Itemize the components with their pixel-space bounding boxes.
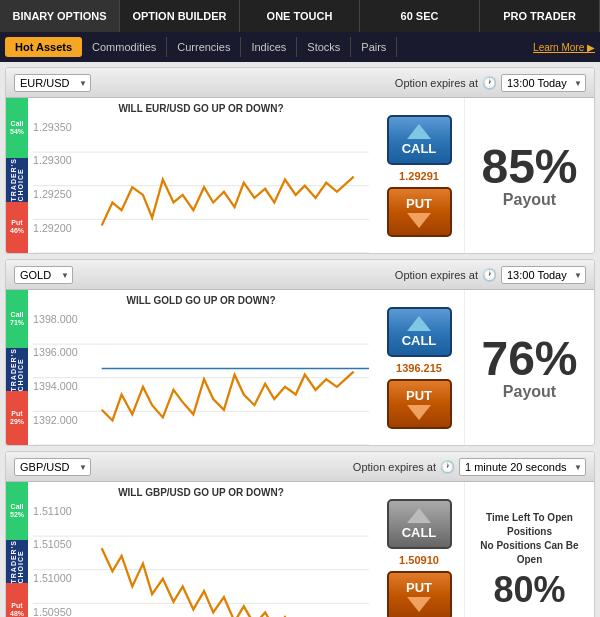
nav-one-touch[interactable]: ONE TOUCH bbox=[240, 0, 360, 32]
svg-text:1.51100: 1.51100 bbox=[33, 505, 72, 517]
svg-text:1392.000: 1392.000 bbox=[33, 414, 78, 426]
call-arrow-icon-2 bbox=[407, 316, 431, 331]
svg-text:1.29200: 1.29200 bbox=[33, 222, 72, 234]
expires-label-3: Option expires at 🕐 1 minute 20 seconds bbox=[353, 458, 586, 476]
traders-choice-label-3: TRADER'S CHOICE bbox=[10, 540, 24, 584]
subnav-currencies[interactable]: Currencies bbox=[167, 37, 241, 57]
clock-icon-2: 🕐 bbox=[482, 268, 497, 282]
chart-svg-1: 1.29350 1.29300 1.29250 1.29200 1.29150 … bbox=[33, 117, 369, 254]
put-btn-text-2: PUT bbox=[406, 388, 432, 403]
panel-header-gbp-usd: GBP/USD Option expires at 🕐 1 minute 20 … bbox=[6, 452, 594, 482]
call-put-section-2: CALL 1396.215 PUT bbox=[374, 290, 464, 445]
put-button-1[interactable]: PUT bbox=[387, 187, 452, 237]
chart-title-2: WILL GOLD GO UP OR DOWN? bbox=[33, 295, 369, 306]
nav-option-builder[interactable]: OPTION BUILDER bbox=[120, 0, 240, 32]
call-button-3[interactable]: CALL bbox=[387, 499, 452, 549]
chart-area-3: WILL GBP/USD GO UP OR DOWN? 1.51100 1.51… bbox=[28, 482, 374, 617]
panel-gold: GOLD Option expires at 🕐 13:00 Today Cal… bbox=[5, 259, 595, 446]
clock-icon-1: 🕐 bbox=[482, 76, 497, 90]
chart-area-2: WILL GOLD GO UP OR DOWN? 1398.000 1396.0… bbox=[28, 290, 374, 445]
svg-text:1396.000: 1396.000 bbox=[33, 346, 78, 358]
panel-body-1: Call 54% TRADER'S CHOICE Put 46% WILL EU… bbox=[6, 98, 594, 253]
svg-text:1.50950: 1.50950 bbox=[33, 606, 72, 617]
call-btn-text-3: CALL bbox=[402, 525, 437, 540]
svg-text:1.29250: 1.29250 bbox=[33, 188, 72, 200]
nav-pro-trader[interactable]: PRO TRADER bbox=[480, 0, 600, 32]
subnav-stocks[interactable]: Stocks bbox=[297, 37, 351, 57]
panel-header-gold: GOLD Option expires at 🕐 13:00 Today bbox=[6, 260, 594, 290]
expires-dropdown-2[interactable]: 13:00 Today bbox=[501, 266, 586, 284]
call-btn-text-2: CALL bbox=[402, 333, 437, 348]
payout-percent-2: 76% bbox=[481, 335, 577, 383]
expires-select-wrapper-2[interactable]: 13:00 Today bbox=[501, 266, 586, 284]
expires-select-wrapper-3[interactable]: 1 minute 20 seconds bbox=[459, 458, 586, 476]
traders-choice-label-1: TRADER'S CHOICE bbox=[10, 158, 24, 202]
payout-label-1: Payout bbox=[503, 191, 556, 209]
expires-select-wrapper-1[interactable]: 13:00 Today bbox=[501, 74, 586, 92]
subnav-indices[interactable]: Indices bbox=[241, 37, 297, 57]
svg-text:1394.000: 1394.000 bbox=[33, 380, 78, 392]
chart-visual-1: 1.29350 1.29300 1.29250 1.29200 1.29150 … bbox=[33, 117, 369, 254]
svg-text:1398.000: 1398.000 bbox=[33, 313, 78, 325]
put-button-2[interactable]: PUT bbox=[387, 379, 452, 429]
expires-label-2: Option expires at 🕐 13:00 Today bbox=[395, 266, 586, 284]
chart-visual-2: 1398.000 1396.000 1394.000 1392.000 1390… bbox=[33, 309, 369, 446]
svg-text:1.51000: 1.51000 bbox=[33, 572, 72, 584]
payout-label-2: Payout bbox=[503, 383, 556, 401]
chart-visual-3: 1.51100 1.51050 1.51000 1.50950 1.50900 bbox=[33, 501, 369, 617]
chart-title-1: WILL EUR/USD GO UP OR DOWN? bbox=[33, 103, 369, 114]
subnav-pairs[interactable]: Pairs bbox=[351, 37, 397, 57]
panel-body-2: Call 71% TRADER'S CHOICE Put 29% WILL GO… bbox=[6, 290, 594, 445]
call-put-section-1: CALL 1.29291 PUT bbox=[374, 98, 464, 253]
payout-section-2: 76% Payout bbox=[464, 290, 594, 445]
put-arrow-icon-2 bbox=[407, 405, 431, 420]
put-btn-text-1: PUT bbox=[406, 196, 432, 211]
panel-eur-usd: EUR/USD Option expires at 🕐 13:00 Today … bbox=[5, 67, 595, 254]
current-price-2: 1396.215 bbox=[396, 362, 442, 374]
expires-dropdown-3[interactable]: 1 minute 20 seconds bbox=[459, 458, 586, 476]
expires-dropdown-1[interactable]: 13:00 Today bbox=[501, 74, 586, 92]
asset-dropdown-2[interactable]: GOLD bbox=[14, 266, 73, 284]
chart-svg-2: 1398.000 1396.000 1394.000 1392.000 1390… bbox=[33, 309, 369, 446]
payout-section-3: Time Left To Open PositionsNo Positions … bbox=[464, 482, 594, 617]
svg-text:1.29350: 1.29350 bbox=[33, 121, 72, 133]
traders-choice-3: Call 52% TRADER'S CHOICE Put 48% bbox=[6, 482, 28, 617]
panel-header-eur-usd: EUR/USD Option expires at 🕐 13:00 Today bbox=[6, 68, 594, 98]
svg-text:1.29300: 1.29300 bbox=[33, 154, 72, 166]
subnav-hot-assets[interactable]: Hot Assets bbox=[5, 37, 82, 57]
current-price-3: 1.50910 bbox=[399, 554, 439, 566]
subnav-commodities[interactable]: Commodities bbox=[82, 37, 167, 57]
payout-percent-1: 85% bbox=[481, 143, 577, 191]
payout-percent-3: 80% bbox=[493, 572, 565, 608]
put-button-3[interactable]: PUT bbox=[387, 571, 452, 618]
panel-body-3: Call 52% TRADER'S CHOICE Put 48% WILL GB… bbox=[6, 482, 594, 617]
nav-60-sec[interactable]: 60 SEC bbox=[360, 0, 480, 32]
asset-dropdown-3[interactable]: GBP/USD bbox=[14, 458, 91, 476]
call-put-section-3: CALL 1.50910 PUT bbox=[374, 482, 464, 617]
call-arrow-icon-3 bbox=[407, 508, 431, 523]
put-arrow-icon-1 bbox=[407, 213, 431, 228]
expires-label-1: Option expires at 🕐 13:00 Today bbox=[395, 74, 586, 92]
nav-binary-options[interactable]: BINARY OPTIONS bbox=[0, 0, 120, 32]
payout-section-1: 85% Payout bbox=[464, 98, 594, 253]
call-button-2[interactable]: CALL bbox=[387, 307, 452, 357]
top-navigation: BINARY OPTIONS OPTION BUILDER ONE TOUCH … bbox=[0, 0, 600, 32]
clock-icon-3: 🕐 bbox=[440, 460, 455, 474]
put-arrow-icon-3 bbox=[407, 597, 431, 612]
asset-select-wrapper-3[interactable]: GBP/USD bbox=[14, 458, 91, 476]
sub-navigation: Hot Assets Commodities Currencies Indice… bbox=[0, 32, 600, 62]
svg-text:1.51050: 1.51050 bbox=[33, 538, 72, 550]
call-button-1[interactable]: CALL bbox=[387, 115, 452, 165]
asset-select-wrapper-1[interactable]: EUR/USD bbox=[14, 74, 91, 92]
chart-svg-3: 1.51100 1.51050 1.51000 1.50950 1.50900 bbox=[33, 501, 369, 617]
chart-area-1: WILL EUR/USD GO UP OR DOWN? 1.29350 1.29… bbox=[28, 98, 374, 253]
traders-choice-label-2: TRADER'S CHOICE bbox=[10, 348, 24, 392]
traders-choice-1: Call 54% TRADER'S CHOICE Put 46% bbox=[6, 98, 28, 253]
asset-dropdown-1[interactable]: EUR/USD bbox=[14, 74, 91, 92]
call-btn-text-1: CALL bbox=[402, 141, 437, 156]
current-price-1: 1.29291 bbox=[399, 170, 439, 182]
traders-choice-2: Call 71% TRADER'S CHOICE Put 29% bbox=[6, 290, 28, 445]
learn-more-link[interactable]: Learn More ▶ bbox=[533, 42, 595, 53]
asset-select-wrapper-2[interactable]: GOLD bbox=[14, 266, 73, 284]
put-btn-text-3: PUT bbox=[406, 580, 432, 595]
